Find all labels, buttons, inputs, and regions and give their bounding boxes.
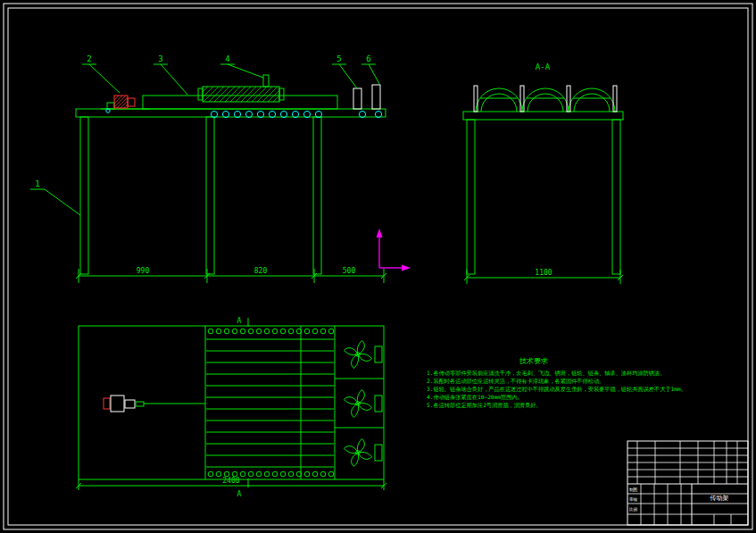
- plan-motor-body: [111, 396, 124, 412]
- plan-dimension: 2400: [76, 477, 386, 490]
- balloon-1-number: 1: [35, 179, 39, 188]
- front-view: 1 2 3 4 5 6 990 820: [30, 54, 386, 283]
- section-mark-top: A: [237, 317, 242, 325]
- dim-2400: 2400: [222, 477, 239, 485]
- fan-dome-2: [522, 88, 569, 112]
- end-bearing-unit: [372, 85, 380, 109]
- tech-note-line: 4.传动链条张紧度在10~20mm范围内。: [427, 394, 523, 401]
- motor-body: [114, 96, 128, 108]
- fan-icon: [345, 341, 372, 369]
- title-block-label: 比例: [629, 507, 638, 512]
- plan-view: A A 2400: [76, 317, 386, 498]
- balloon-3-number: 3: [158, 54, 162, 63]
- balloon-5: 5: [332, 54, 357, 88]
- dim-820: 820: [254, 267, 268, 275]
- section-mark-bottom: A: [237, 490, 242, 498]
- fan-bracket-1: [375, 346, 382, 362]
- fan-icon: [345, 439, 372, 467]
- tension-unit: [353, 88, 361, 109]
- section-dimension: 1100: [464, 269, 623, 284]
- title-block: 传动架 制图 审核 比例: [627, 441, 748, 525]
- title-block-grid: [627, 484, 748, 525]
- ucs-y-arrowhead-icon: [377, 229, 383, 237]
- fan-bracket-3: [375, 445, 382, 461]
- chain-dots-bottom: [208, 471, 334, 477]
- tech-note-line: 5.各运转部位定期加注2号润滑脂，润滑良好。: [427, 402, 542, 409]
- shaft-end-left: [198, 88, 203, 100]
- fan-dome-3: [569, 88, 615, 112]
- table-leg-left: [80, 117, 88, 274]
- tech-note-line: 1.各传动零部件安装前应清洗干净，去毛刺、飞边、锈斑，链轮、链条、轴承、油杯均涂…: [427, 370, 665, 377]
- tech-note-line: 2.装配时各运动部位应运转灵活，不得有卡滞现象，各紧固件不得松动。: [427, 378, 604, 385]
- fan-dome-1: [476, 88, 522, 112]
- table-leg-right: [313, 117, 321, 274]
- balloon-6: 6: [361, 54, 379, 84]
- balloon-4: 4: [220, 54, 263, 78]
- outer-border: [4, 4, 752, 529]
- motor-coupling: [128, 98, 135, 106]
- fan-icon: [345, 390, 372, 418]
- plan-motor: [104, 396, 205, 412]
- roller-lines: [206, 339, 334, 467]
- leg-left-section: [467, 120, 475, 274]
- table-leg-middle: [206, 117, 214, 274]
- tech-requirements-title: 技术要求: [519, 357, 548, 365]
- table-top: [76, 109, 386, 117]
- balloon-3: 3: [154, 54, 187, 95]
- drawing-title: 传动架: [710, 495, 729, 502]
- section-label: A-A: [536, 62, 551, 71]
- dim-1100: 1100: [535, 269, 552, 277]
- fan-bracket-2: [375, 396, 382, 412]
- balloon-2: 2: [82, 54, 120, 93]
- balloon-5-number: 5: [336, 54, 341, 63]
- ucs-arrows: [377, 229, 411, 271]
- title-block-outline: [627, 441, 748, 525]
- balloon-6-number: 6: [366, 54, 370, 63]
- table-top-section: [463, 112, 623, 120]
- leg-right-section: [612, 120, 620, 274]
- chain-dots-top: [208, 329, 334, 334]
- cad-drawing-canvas: 1 2 3 4 5 6 990 820: [0, 0, 756, 533]
- plan-motor-shaft: [136, 402, 144, 406]
- front-dimensions: 990 820 500: [76, 267, 386, 283]
- ucs-x-arrowhead-icon: [402, 265, 411, 271]
- plan-motor-tail: [104, 398, 110, 409]
- motor-bracket: [107, 103, 114, 109]
- balloon-1: 1: [30, 179, 80, 215]
- tech-requirements: 技术要求 1.各传动零部件安装前应清洗干净，去毛刺、飞边、锈斑，链轮、链条、轴承…: [427, 357, 686, 409]
- title-block-label: 制图: [629, 487, 637, 493]
- dim-990: 990: [137, 267, 150, 275]
- section-cut-marks: A A: [237, 317, 248, 498]
- plan-motor-flange: [125, 400, 135, 408]
- cooling-fans: [335, 341, 384, 467]
- balloon-2-number: 2: [87, 54, 91, 63]
- section-view-aa: A-A 1100: [463, 62, 623, 284]
- balloon-4-number: 4: [225, 54, 229, 63]
- tech-note-line: 3.链轮、链条啮合良好，产品在运送过程中不得跳动及发生歪斜，安装要平稳，链轮共面…: [427, 386, 686, 393]
- parts-list-grid: [627, 441, 748, 484]
- shaft-end-right: [279, 88, 284, 100]
- border-frame: [4, 4, 752, 529]
- dim-500: 500: [343, 267, 356, 275]
- title-block-label: 审核: [629, 497, 638, 502]
- screw-shaft-hatched: [203, 87, 279, 102]
- mount-pin: [263, 75, 269, 87]
